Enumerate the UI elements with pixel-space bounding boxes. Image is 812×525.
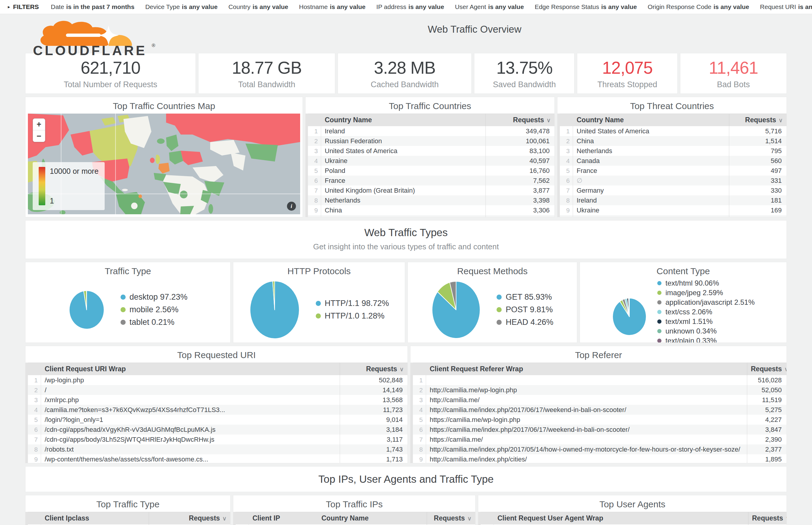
table-cell[interactable]: 181 xyxy=(729,195,786,205)
column-header[interactable]: Country Name xyxy=(573,114,729,126)
table-cell[interactable]: 3,398 xyxy=(486,195,555,205)
table-cell[interactable]: /cdn-cgi/apps/body/3Lh52SjWTQ4HRlErJykHq… xyxy=(41,435,340,445)
table-cell[interactable]: Ukraine xyxy=(573,205,729,215)
table-cell[interactable]: 13,568 xyxy=(340,395,408,405)
table-cell[interactable]: 331 xyxy=(729,176,786,185)
table-cell[interactable]: Germany xyxy=(573,185,729,195)
table-cell[interactable]: /wp-login.php xyxy=(41,375,340,385)
table-cell[interactable]: Canada xyxy=(573,156,729,166)
map-info-button[interactable]: i xyxy=(287,202,296,211)
table-cell[interactable]: 2,390 xyxy=(747,435,786,445)
column-header[interactable]: Client Request Referer Wrap xyxy=(426,363,747,375)
table-cell[interactable]: http://camilia.me/ xyxy=(426,395,747,405)
table-cell[interactable]: 11,723 xyxy=(340,405,408,415)
table-cell[interactable]: 3,117 xyxy=(340,435,408,445)
column-header[interactable]: Country Name xyxy=(321,114,486,126)
table-cell[interactable]: https://camilia.me/wp-login.php xyxy=(426,415,747,425)
table-cell[interactable]: Ireland xyxy=(573,195,729,205)
filters-toggle[interactable]: ▸ FILTERS xyxy=(8,3,39,11)
table-cell[interactable]: 516,028 xyxy=(747,375,786,385)
column-header-requests[interactable]: Requests∨ xyxy=(729,114,786,126)
table-cell[interactable]: Singapore xyxy=(573,215,729,217)
table-cell[interactable]: Ukraine xyxy=(321,156,486,166)
table-cell[interactable]: 14,149 xyxy=(340,385,408,395)
map-region-nigeria[interactable] xyxy=(180,191,188,198)
column-header[interactable]: Country Name xyxy=(318,512,427,524)
filter-item[interactable]: Edge Response Statusis any value xyxy=(535,3,637,11)
table-cell[interactable]: 1,743 xyxy=(340,445,408,454)
table-cell[interactable]: United States of America xyxy=(573,126,729,136)
table-cell[interactable]: 52,050 xyxy=(747,385,786,395)
table-cell[interactable]: Poland xyxy=(321,166,486,176)
table-cell[interactable]: 11,519 xyxy=(747,395,786,405)
table-cell[interactable]: /login/?login_only=1 xyxy=(41,415,340,425)
table-cell[interactable] xyxy=(426,375,747,385)
table-cell[interactable]: /camilia.me?token=s3+7k6XQvKwzp5/4XSs4rh… xyxy=(41,405,340,415)
table-cell[interactable]: ∅ xyxy=(573,176,729,185)
table-cell[interactable]: 3,215 xyxy=(486,215,555,217)
table-cell[interactable]: 330 xyxy=(729,185,786,195)
pie-slice-tablet[interactable] xyxy=(86,291,87,310)
table-cell[interactable]: 3,847 xyxy=(747,425,786,435)
table-cell[interactable]: 7,562 xyxy=(486,176,555,185)
table-cell[interactable]: 2,377 xyxy=(747,445,786,454)
table-cell[interactable]: 9,014 xyxy=(340,415,408,425)
table-cell[interactable]: /wp-content/themes/ashe/assets/css/font-… xyxy=(41,454,340,463)
table-cell[interactable]: Netherlands xyxy=(321,195,486,205)
table-cell[interactable]: 3,306 xyxy=(486,205,555,215)
column-header[interactable]: Client Ipclass xyxy=(41,512,149,524)
table-cell[interactable]: 5,716 xyxy=(729,126,786,136)
filter-item[interactable]: Dateis in the past 7 months xyxy=(51,3,134,11)
column-header-requests[interactable]: Requests∨ xyxy=(748,512,786,524)
table-cell[interactable]: 560 xyxy=(729,156,786,166)
column-header-requests[interactable]: Requests∨ xyxy=(486,114,555,126)
table-cell[interactable]: United States of America xyxy=(321,146,486,156)
map-region-ireland[interactable] xyxy=(150,158,155,163)
map-zoom-out-button[interactable]: − xyxy=(33,130,45,142)
table-cell[interactable]: Russian Federation xyxy=(321,136,486,146)
column-header-requests[interactable]: Requests∨ xyxy=(340,363,408,375)
table-cell[interactable]: / xyxy=(41,385,340,395)
column-header[interactable]: Client Request User Agent Wrap xyxy=(494,512,748,524)
table-cell[interactable]: 40,597 xyxy=(486,156,555,166)
filter-item[interactable]: IP addressis any value xyxy=(376,3,444,11)
column-header[interactable]: Client IP xyxy=(249,512,318,524)
table-cell[interactable]: China xyxy=(573,136,729,146)
table-cell[interactable]: 4,227 xyxy=(747,415,786,425)
column-header-requests[interactable]: Requests∨ xyxy=(149,512,230,524)
column-header-requests[interactable]: Requests∨ xyxy=(747,363,786,375)
table-cell[interactable]: 159 xyxy=(729,215,786,217)
table-cell[interactable]: 5,275 xyxy=(747,405,786,415)
table-cell[interactable]: https://camilia.me/ xyxy=(426,435,747,445)
column-header[interactable]: Client Request URI Wrap xyxy=(41,363,340,375)
filter-item[interactable]: Countryis any value xyxy=(228,3,289,11)
table-cell[interactable]: http://camilia.me/index.php/2017/05/14/h… xyxy=(426,445,747,454)
table-cell[interactable]: 83,100 xyxy=(486,146,555,156)
map-region-bolivia[interactable] xyxy=(131,202,138,209)
table-cell[interactable]: France xyxy=(573,166,729,176)
table-cell[interactable]: 795 xyxy=(729,146,786,156)
table-cell[interactable]: http://camilia.me/index.php/cities/ xyxy=(426,454,747,463)
table-cell[interactable]: 502,848 xyxy=(340,375,408,385)
table-cell[interactable]: 1,895 xyxy=(747,454,786,463)
table-cell[interactable]: 3,877 xyxy=(486,185,555,195)
table-cell[interactable]: 3,184 xyxy=(340,425,408,435)
table-cell[interactable]: 497 xyxy=(729,166,786,176)
column-header-requests[interactable]: Requests∨ xyxy=(427,512,475,524)
filter-item[interactable]: Device Typeis any value xyxy=(145,3,217,11)
table-cell[interactable]: United Kingdom (Great Britain) xyxy=(321,185,486,195)
table-cell[interactable]: http://camilia.me/index.php/2017/06/17/w… xyxy=(426,405,747,415)
table-cell[interactable]: http://camilia.me/wp-login.php xyxy=(426,385,747,395)
table-cell[interactable]: 16,760 xyxy=(486,166,555,176)
filter-item[interactable]: User Agentis any value xyxy=(455,3,524,11)
filter-item[interactable]: Request URIis any value xyxy=(760,3,812,11)
table-cell[interactable]: Netherlands xyxy=(573,146,729,156)
table-cell[interactable]: Canada xyxy=(321,215,486,217)
table-cell[interactable]: 1,514 xyxy=(729,136,786,146)
table-cell[interactable]: 1,713 xyxy=(340,454,408,463)
map-zoom-in-button[interactable]: + xyxy=(33,119,45,130)
table-cell[interactable]: 169 xyxy=(729,205,786,215)
map-region-iceland[interactable] xyxy=(157,138,164,144)
map-region-caribbean[interactable] xyxy=(122,189,128,191)
filter-item[interactable]: Hostnameis any value xyxy=(299,3,366,11)
